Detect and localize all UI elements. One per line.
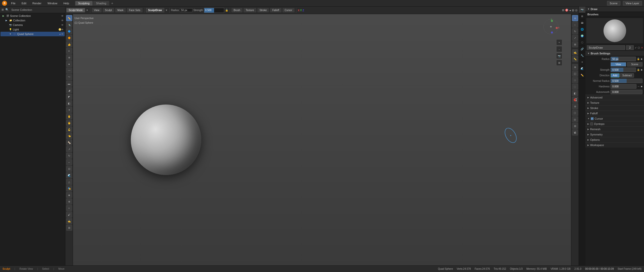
tool-smooth[interactable]: 〜	[66, 74, 72, 80]
tool-paint-mask[interactable]: 🖌	[66, 212, 72, 218]
tool-rotate-3d[interactable]: ↻	[572, 28, 578, 34]
brush-dropdown-icon[interactable]: ▼	[165, 9, 168, 12]
tool-transform-3d[interactable]: ⊞	[572, 41, 578, 47]
cursor-menu-btn[interactable]: Cursor	[283, 8, 295, 12]
tool-proportional[interactable]: ⊚	[572, 103, 578, 109]
viewport-gizmo-overlay[interactable]: X Y	[541, 17, 561, 37]
falloff-menu-btn[interactable]: Falloff	[270, 8, 281, 12]
mask-menu-btn[interactable]: Mask	[115, 8, 126, 12]
props-world-icon[interactable]: 🌍	[579, 33, 585, 39]
tool-viewport-camera[interactable]: 📽	[572, 129, 578, 135]
tool-multires-smear[interactable]: ≈	[66, 205, 72, 211]
tool-box-select[interactable]: □	[572, 77, 578, 83]
strength-lock-icon-prop[interactable]: 🔓	[637, 69, 640, 71]
axis-x-label[interactable]: X	[298, 9, 300, 12]
tool-render-region[interactable]: ⊞	[572, 123, 578, 129]
camera-visibility-icon[interactable]: 👁	[61, 24, 64, 26]
brush-number-field[interactable]	[626, 45, 634, 50]
gizmo-z-axis[interactable]	[551, 31, 553, 33]
outliner-filter-icon[interactable]: ⊞	[2, 8, 4, 11]
zoom-out-btn[interactable]: -	[556, 46, 562, 52]
tool-grab[interactable]: ✋	[66, 113, 72, 119]
tool-pinch[interactable]: ✦	[66, 107, 72, 113]
autosmooth-bar[interactable]: 0.000	[611, 90, 642, 94]
tool-panel-toggle[interactable]: ◧	[572, 90, 578, 96]
viewport-shading-render[interactable]: ◎	[575, 9, 578, 12]
props-modifiers-icon[interactable]: 🔧	[579, 52, 585, 59]
brush-icon-2[interactable]: ⬡	[638, 46, 640, 49]
mode-dropdown-icon[interactable]: ▼	[86, 9, 89, 12]
face-sets-menu-btn[interactable]: Face Sets	[127, 8, 143, 12]
viewport-gizmo-btn[interactable]: 🎯	[565, 9, 569, 12]
tool-face-orient[interactable]: ◫	[572, 71, 578, 77]
brush-menu-btn[interactable]: Brush	[231, 8, 243, 12]
tool-blob[interactable]: ●	[66, 61, 72, 67]
outliner-search-icon[interactable]: 🔍	[5, 8, 9, 11]
tool-snake-hook[interactable]: 🪝	[66, 126, 72, 132]
tool-cloth[interactable]: 🌊	[66, 172, 72, 178]
quad-sphere-visibility-icon[interactable]: 👁	[61, 33, 64, 36]
texture-menu-btn[interactable]: Texture	[244, 8, 256, 12]
normal-radius-bar[interactable]: 0.500	[611, 79, 642, 83]
cursor-checkbox[interactable]: ✓	[591, 117, 594, 120]
props-scene-icon[interactable]: 🌐	[579, 26, 585, 33]
axis-y-label[interactable]: Y	[300, 9, 302, 12]
tool-scale[interactable]: ⤢	[572, 35, 578, 41]
tool-rotate[interactable]: ↻	[66, 153, 72, 159]
radius-unit-scene-btn[interactable]: Scene	[627, 62, 643, 66]
axis-z-label[interactable]: Z	[302, 9, 304, 12]
tool-clay-strips[interactable]: 🔶	[66, 35, 72, 41]
tool-draw-sharp[interactable]: ✒️	[66, 22, 72, 28]
hardness-bar[interactable]: 0.000	[611, 84, 636, 89]
tool-lasso[interactable]: ◌	[572, 84, 578, 90]
scene-visibility-icon[interactable]: 👁	[61, 15, 64, 17]
brush-settings-header[interactable]: ▼ Brush Settings	[585, 51, 644, 56]
tool-fill[interactable]: ◢	[66, 87, 72, 93]
viewport-shading-solid[interactable]: ●	[569, 9, 571, 12]
view-menu-btn[interactable]: View	[92, 8, 102, 12]
dyntopo-section[interactable]: ▶ Dyntopo	[585, 121, 644, 126]
tool-simplify[interactable]: △	[66, 179, 72, 185]
tool-layer[interactable]: ≡	[66, 48, 72, 54]
radius-lock-icon[interactable]: 🔓	[637, 58, 640, 60]
tool-mask[interactable]: 🎭	[66, 185, 72, 191]
tool-draw[interactable]: ✏️	[66, 15, 72, 21]
tool-wireframe[interactable]: ⬡	[572, 110, 578, 116]
strength-value-bar[interactable]: 0.500	[611, 67, 636, 72]
sculpt-mode-btn[interactable]: Sculpt Mode	[66, 8, 85, 12]
strength-bar[interactable]: 0.500	[204, 8, 224, 13]
tool-nudge[interactable]: ↗	[66, 146, 72, 152]
dyntopo-checkbox[interactable]	[590, 122, 593, 125]
strength-lock-icon[interactable]: 🔓	[225, 9, 228, 12]
scene-selector[interactable]: Scene	[607, 1, 620, 6]
props-view-layer-icon[interactable]: 🏔	[579, 20, 585, 26]
menu-edit[interactable]: Edit	[20, 1, 28, 5]
grid-btn[interactable]: ⊞	[556, 60, 562, 66]
brush-name-field[interactable]	[587, 45, 625, 50]
advanced-section[interactable]: ▶ Advanced	[585, 95, 644, 100]
viewport-shading-material[interactable]: ◍	[572, 9, 574, 12]
menu-file[interactable]: File	[9, 1, 18, 5]
tool-measure-r[interactable]: 📏	[572, 56, 578, 62]
props-physics-icon[interactable]: 🌊	[579, 65, 585, 72]
outliner-item-light[interactable]: 💡 Light 👁	[1, 27, 65, 32]
tool-scrape[interactable]: ◤	[66, 94, 72, 100]
tool-multires-erase[interactable]: ⊗	[66, 198, 72, 205]
tool-inflate[interactable]: ⊕	[66, 54, 72, 60]
radius-input[interactable]	[180, 8, 192, 12]
menu-window[interactable]: Window	[46, 1, 59, 5]
light-visibility-icon[interactable]: 👁	[61, 28, 64, 31]
tool-add-object[interactable]: ⊕	[572, 64, 578, 70]
workspace-sculpting[interactable]: Sculpting	[75, 1, 93, 6]
hardness-icon-2[interactable]: ◆	[641, 85, 642, 88]
tool-clay[interactable]: 🔷	[66, 28, 72, 34]
tool-flatten[interactable]: ▬	[66, 81, 72, 87]
menu-render[interactable]: Render	[30, 1, 44, 5]
props-object-icon[interactable]: ⬡	[579, 39, 585, 46]
props-constraints-icon[interactable]: 🔗	[579, 46, 585, 52]
gizmo-x-axis[interactable]	[556, 27, 558, 29]
workspace-add-button[interactable]: +	[110, 1, 115, 6]
props-particles-icon[interactable]: ✦	[579, 59, 585, 65]
viewport-overlay-btn[interactable]: ⊞	[562, 9, 564, 12]
hardness-icon-1[interactable]: ↔	[637, 85, 640, 88]
